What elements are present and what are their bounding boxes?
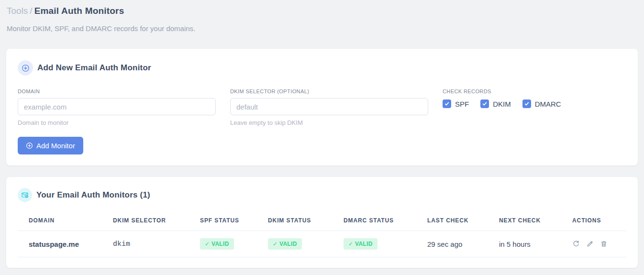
col-header-dkim-status: DKIM STATUS	[257, 211, 333, 231]
dmarc-checkbox-label: DMARC	[535, 100, 561, 108]
check-records-label: CHECK RECORDS	[443, 88, 626, 94]
spf-checkbox-label: SPF	[455, 100, 469, 108]
spf-checkbox-item[interactable]: SPF	[443, 99, 469, 108]
col-header-actions: ACTIONS	[561, 211, 626, 231]
add-monitor-button[interactable]: Add Monitor	[18, 137, 83, 154]
breadcrumb-section[interactable]: Tools	[7, 6, 28, 16]
dkim-status-badge: ✓ VALID	[268, 238, 302, 250]
monitors-card-title: Your Email Auth Monitors (1)	[36, 190, 150, 200]
col-header-last-check: LAST CHECK	[416, 211, 488, 231]
monitor-domain: statuspage.me	[18, 231, 102, 257]
spf-status-badge: ✓ VALID	[200, 238, 234, 250]
monitors-card: Your Email Auth Monitors (1) DOMAIN DKIM…	[6, 177, 638, 268]
dkim-selector-field-helper: Leave empty to skip DKIM	[230, 119, 428, 126]
col-header-spf-status: SPF STATUS	[189, 211, 257, 231]
check-records-group: CHECK RECORDS SPF DKIM	[443, 88, 626, 126]
monitor-last-check: 29 sec ago	[416, 231, 488, 257]
delete-icon	[600, 240, 608, 248]
domain-field-helper: Domain to monitor	[18, 119, 216, 126]
email-check-icon	[18, 188, 32, 202]
dkim-selector-input[interactable]	[230, 98, 428, 115]
dmarc-checkbox[interactable]	[522, 99, 531, 108]
row-actions	[572, 240, 622, 248]
domain-field-label: DOMAIN	[18, 88, 216, 94]
table-header-row: DOMAIN DKIM SELECTOR SPF STATUS DKIM STA…	[18, 211, 626, 231]
page-title: Email Auth Monitors	[34, 6, 124, 16]
monitors-card-header: Your Email Auth Monitors (1)	[6, 188, 638, 202]
add-monitor-card: Add New Email Auth Monitor DOMAIN Domain…	[6, 49, 638, 165]
col-header-dkim-selector: DKIM SELECTOR	[102, 211, 189, 231]
domain-input[interactable]	[18, 98, 216, 115]
plus-circle-icon	[26, 142, 33, 149]
breadcrumb-separator: /	[28, 6, 34, 16]
check-records-row: SPF DKIM DMARC	[443, 99, 626, 108]
spf-checkbox[interactable]	[443, 99, 451, 108]
add-monitor-form: DOMAIN Domain to monitor DKIM SELECTOR (…	[18, 88, 626, 126]
refresh-button[interactable]	[572, 240, 580, 248]
dmarc-status-badge: ✓ VALID	[344, 238, 378, 250]
domain-field-group: DOMAIN Domain to monitor	[18, 88, 216, 126]
dkim-checkbox[interactable]	[480, 99, 489, 108]
col-header-domain: DOMAIN	[18, 211, 102, 231]
plus-circle-icon	[18, 60, 33, 76]
monitor-next-check: in 5 hours	[488, 231, 561, 257]
dkim-checkbox-label: DKIM	[493, 100, 511, 108]
add-monitor-card-title: Add New Email Auth Monitor	[37, 63, 151, 73]
table-row: statuspage.me dkim ✓ VALID ✓ VALID ✓ VAL…	[18, 231, 626, 257]
page-header: Tools/Email Auth Monitors Monitor DKIM, …	[0, 0, 644, 33]
add-monitor-button-label: Add Monitor	[36, 142, 75, 150]
breadcrumb: Tools/Email Auth Monitors	[7, 5, 637, 17]
edit-button[interactable]	[586, 240, 594, 248]
col-header-next-check: NEXT CHECK	[488, 211, 561, 231]
edit-icon	[586, 240, 594, 248]
monitors-table: DOMAIN DKIM SELECTOR SPF STATUS DKIM STA…	[18, 211, 626, 257]
add-monitor-card-header: Add New Email Auth Monitor	[18, 60, 626, 76]
delete-button[interactable]	[600, 240, 608, 248]
dkim-selector-field-group: DKIM SELECTOR (OPTIONAL) Leave empty to …	[230, 88, 428, 126]
monitor-dkim-selector: dkim	[102, 231, 189, 257]
dkim-checkbox-item[interactable]: DKIM	[480, 99, 511, 108]
refresh-icon	[572, 240, 580, 248]
dkim-selector-field-label: DKIM SELECTOR (OPTIONAL)	[230, 88, 428, 94]
col-header-dmarc-status: DMARC STATUS	[333, 211, 416, 231]
page-subtitle: Monitor DKIM, SPF, and DMARC records for…	[7, 24, 637, 33]
dmarc-checkbox-item[interactable]: DMARC	[522, 99, 561, 108]
